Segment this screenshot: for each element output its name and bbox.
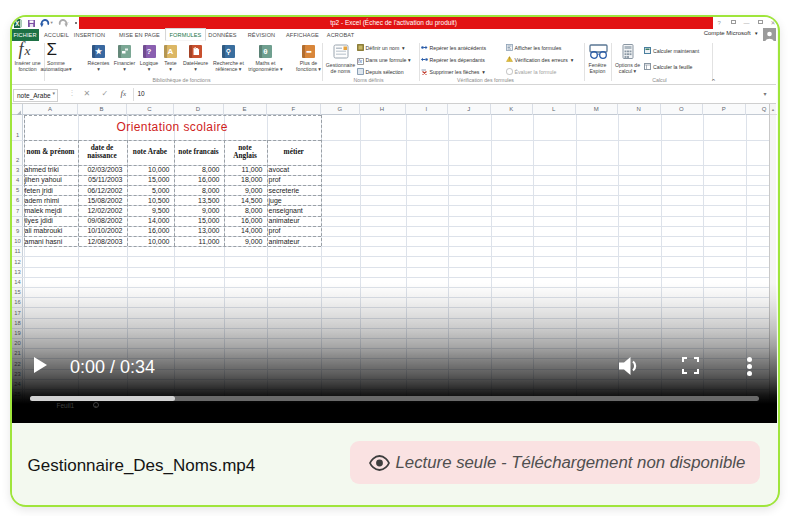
svg-text:X: X — [15, 20, 20, 27]
svg-text:!: ! — [508, 57, 509, 62]
